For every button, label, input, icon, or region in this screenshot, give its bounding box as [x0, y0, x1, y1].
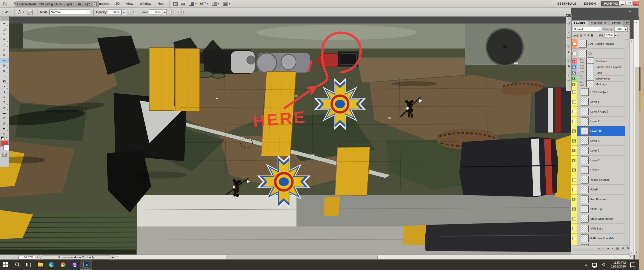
- layer-vvs-stars[interactable]: ▷ VVS Stars: [571, 224, 625, 233]
- fill-arrow[interactable]: ▶: [614, 33, 618, 38]
- document-tab[interactable]: HurricaneMkII_RO&.psd @ 66.7% (Layer 10,…: [15, 1, 99, 7]
- layer-opacity-input[interactable]: 93%: [614, 27, 624, 32]
- crop-tool[interactable]: ⌗: [0, 42, 8, 47]
- layers-scrollbar[interactable]: ▲▼: [629, 39, 634, 255]
- minimize-button[interactable]: [619, 1, 626, 6]
- blend-mode-select[interactable]: Normal⌄: [572, 27, 601, 32]
- tab-channels[interactable]: CHANNELS: [588, 21, 609, 26]
- path-selection-tool[interactable]: ➤: [0, 105, 8, 110]
- type-tool[interactable]: T: [0, 100, 8, 105]
- layer-thumbnail[interactable]: [581, 98, 588, 105]
- zoom-level-control[interactable]: 66.7: [200, 2, 206, 6]
- layer-thumbnail[interactable]: [581, 186, 588, 193]
- menu-help[interactable]: Help: [154, 0, 168, 8]
- pen-tool[interactable]: ✒: [0, 94, 8, 100]
- file-explorer-button[interactable]: [34, 259, 46, 270]
- visibility-toggle[interactable]: [571, 70, 577, 75]
- menu-view[interactable]: View: [123, 0, 136, 8]
- visibility-toggle[interactable]: [571, 136, 577, 146]
- layer-thumbnail[interactable]: [579, 40, 586, 48]
- move-tool[interactable]: ✦: [0, 21, 8, 26]
- visibility-toggle[interactable]: [571, 233, 577, 243]
- lasso-tool[interactable]: ∿: [0, 32, 8, 37]
- options-grip[interactable]: [2, 9, 4, 16]
- layer-thumbnail[interactable]: [581, 225, 588, 232]
- tab-layers[interactable]: LAYERS: [571, 21, 588, 26]
- flow-input[interactable]: 88%: [149, 10, 162, 15]
- visibility-toggle[interactable]: [571, 76, 577, 81]
- layer-raaf[interactable]: ▷ RAAF: [571, 185, 625, 195]
- arrange-documents-icon[interactable]: [212, 2, 217, 6]
- layer-thumbnail[interactable]: [579, 50, 586, 57]
- visibility-toggle[interactable]: [571, 87, 577, 97]
- action-center-icon[interactable]: [630, 262, 635, 267]
- visibility-toggle[interactable]: [571, 49, 577, 58]
- bridge-button[interactable]: Br: [173, 2, 178, 6]
- tab-close-icon[interactable]: ×: [92, 2, 96, 6]
- layer-8[interactable]: ▷ Layer 8: [571, 97, 625, 107]
- visibility-toggle[interactable]: [571, 185, 577, 194]
- visibility-toggle[interactable]: [571, 116, 577, 126]
- group-weathering[interactable]: ▷ Weathering: [571, 76, 625, 81]
- layer-thumbnail[interactable]: [581, 196, 588, 203]
- dodge-tool[interactable]: ◑: [0, 89, 8, 94]
- canvas[interactable]: HERE: [0, 24, 571, 254]
- group-shadows[interactable]: ▷ Shadows: [571, 59, 625, 64]
- visibility-toggle[interactable]: [571, 97, 577, 106]
- hidden-icons-chevron[interactable]: ∧: [585, 263, 587, 267]
- lock-transparency-icon[interactable]: ▨: [580, 34, 582, 37]
- horizontal-scrollbar[interactable]: ◄ ►: [116, 255, 633, 259]
- panel-menu-icon[interactable]: ▾≡: [626, 21, 629, 24]
- visibility-toggle[interactable]: [571, 195, 577, 204]
- layer-uv[interactable]: ▷ UV: [571, 49, 625, 59]
- visibility-toggle[interactable]: [571, 156, 577, 165]
- photoshop-button[interactable]: Ps: [80, 259, 92, 270]
- group-parts[interactable]: ▷ Parts: [571, 70, 625, 76]
- new-layer-icon[interactable]: ⊞: [622, 247, 624, 250]
- flow-slider-arrow[interactable]: ▶: [163, 9, 167, 15]
- layer-thumbnail[interactable]: [581, 215, 588, 222]
- brush-tool[interactable]: ✏: [0, 58, 8, 63]
- swap-colors-icon[interactable]: ⇄: [6, 137, 8, 139]
- opacity-input[interactable]: 100%: [108, 10, 122, 15]
- status-info-icon[interactable]: [38, 255, 41, 259]
- history-brush-tool[interactable]: ↺: [0, 68, 8, 73]
- restore-button[interactable]: [626, 1, 632, 6]
- adjustments-panel-icon[interactable]: ◐: [566, 46, 571, 60]
- layer-thumbnail[interactable]: [581, 176, 588, 184]
- layer-stars-white-border[interactable]: ▷ Stars White Border: [571, 214, 625, 224]
- layer-thumbnail[interactable]: [581, 88, 588, 96]
- airbrush-icon[interactable]: ✐: [169, 10, 174, 15]
- tablet-opacity-icon[interactable]: ✑: [128, 10, 134, 15]
- visibility-toggle[interactable]: [571, 146, 577, 155]
- disclosure-triangle-icon[interactable]: ▽: [577, 83, 580, 85]
- task-view-button[interactable]: [23, 259, 34, 270]
- link-layers-icon[interactable]: ∞: [598, 247, 600, 250]
- collapse-dock-icon[interactable]: ▸▸: [629, 10, 631, 12]
- layer-fill-input[interactable]: 100%: [604, 33, 614, 38]
- layer-thumbnail[interactable]: [581, 166, 588, 174]
- visibility-toggle[interactable]: [571, 126, 577, 136]
- floppy-app-button[interactable]: [69, 259, 80, 270]
- tablet-size-icon[interactable]: ✐: [178, 10, 184, 15]
- group-panel-lines[interactable]: ▷ Panel Lines & Rivets: [571, 64, 625, 70]
- visibility-toggle[interactable]: [571, 81, 577, 87]
- layer-2[interactable]: ▷ Layer 2: [571, 156, 625, 165]
- volume-icon[interactable]: [602, 263, 606, 266]
- layer-10[interactable]: ▷ Layer 10: [571, 126, 625, 136]
- layer-thumbnail[interactable]: [581, 205, 588, 213]
- disclosure-triangle-icon[interactable]: ▷: [577, 66, 580, 68]
- view-extras-icon[interactable]: [189, 2, 194, 6]
- lock-pixels-icon[interactable]: ✎: [584, 34, 586, 37]
- healing-brush-tool[interactable]: ⊕: [0, 53, 8, 58]
- blend-mode-select[interactable]: Normal⌄: [50, 10, 90, 15]
- marquee-tool[interactable]: ▢: [0, 26, 8, 32]
- layer-9[interactable]: ▷ Layer 9: [571, 136, 625, 146]
- clock[interactable]: 11:50 PM 11/18/2020: [611, 261, 626, 268]
- visibility-toggle[interactable]: [571, 64, 577, 70]
- layer-yellow-id-strips[interactable]: ▷ Yellow ID Strips: [571, 175, 625, 185]
- layer-3[interactable]: ▷ Layer 3: [571, 146, 625, 156]
- edge-button[interactable]: [46, 259, 58, 270]
- status-options-arrow[interactable]: ▶: [112, 256, 114, 258]
- layer-thumbnail[interactable]: [581, 108, 588, 115]
